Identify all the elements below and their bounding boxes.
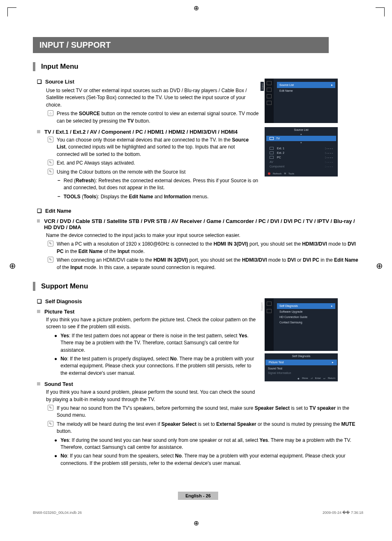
registration-mark-left: ⊕ xyxy=(9,261,16,271)
print-meta-line: BN68-02326D_00L04.indb 26 2009-05-24 �� … xyxy=(0,508,392,515)
picture-yes-bullet: ● Yes: If the test pattern does not appe… xyxy=(54,332,259,354)
crop-mark-tr xyxy=(376,7,385,16)
osd-footer: ◆Move ⏎Enter ↩Return xyxy=(265,375,338,381)
chevron-right-icon: ▸ xyxy=(331,304,333,308)
osd-row-edit-name: Edit Name xyxy=(277,88,335,93)
sound-test-body: If you think you have a sound problem, p… xyxy=(46,389,259,403)
outline-box-icon: ❏ xyxy=(37,208,42,214)
note-icon: ✎ xyxy=(48,241,53,246)
chevron-up-icon: ▴ xyxy=(265,132,338,136)
card-icon xyxy=(267,94,272,98)
picture-no-bullet: ● No: If the test pattern is properly di… xyxy=(54,355,259,377)
bullet-icon: ● xyxy=(54,453,57,467)
tv-icon xyxy=(270,137,274,140)
edit-name-title: Edit Name xyxy=(45,208,71,214)
heading-accent-bar xyxy=(33,62,35,71)
edit-name-body: Name the device connected to the input j… xyxy=(46,232,363,239)
tv-icon xyxy=(267,302,272,306)
osd-selected-tv: TV xyxy=(266,136,336,141)
source-list-title: Source List xyxy=(45,79,74,85)
sound-test-heading: Sound Test xyxy=(37,381,259,387)
gear-icon xyxy=(267,81,272,85)
osd-row-self-diagnosis: Self Diagnosis▸ xyxy=(277,303,335,309)
osd-side-label: Support xyxy=(261,302,263,311)
osd-support-menu-thumbnail: Support Self Diagnosis▸ Software Upgrade… xyxy=(265,298,338,351)
square-bullet-icon xyxy=(37,130,40,133)
move-icon: ◆ xyxy=(297,377,300,380)
edit-devices-row: VCR / DVD / Cable STB / Satellite STB / … xyxy=(37,218,363,230)
dash-refresh: – Red (Refresh): Refreshes the connected… xyxy=(58,177,259,192)
bullet-icon: ● xyxy=(54,355,57,377)
indb-filename: BN68-02326D_00L04.indb 26 xyxy=(33,511,82,515)
osd-footer: Refresh ⚒Tools xyxy=(265,170,338,176)
support-menu-heading: Support Menu xyxy=(33,282,363,291)
dash-tools: – TOOLS (Tools): Displays the Edit Name … xyxy=(58,193,259,200)
square-bullet-icon xyxy=(37,382,40,385)
input-menu-heading: Input Menu xyxy=(33,62,363,71)
chevron-right-icon: ▸ xyxy=(331,83,333,87)
input-menu-label: Input Menu xyxy=(41,63,78,71)
sound-no-bullet: ● No: If you can hear sound from the spe… xyxy=(54,453,363,467)
note-icon: ✎ xyxy=(48,257,53,262)
crop-mark-tl xyxy=(7,7,16,16)
picture-test-heading: Picture Test xyxy=(37,309,259,315)
osd-source-list-thumbnail: Source List ▴ TV ▾ Ext. 1: - - - - Ext. … xyxy=(265,127,338,176)
square-bullet-icon xyxy=(37,310,40,313)
page-footer: English - 26 xyxy=(33,492,363,500)
app-icon xyxy=(267,101,272,105)
osd-row-source-list: Source List▸ xyxy=(277,82,335,88)
note-icon: ✎ xyxy=(48,160,53,165)
sound-note1: ✎ If you hear no sound from the TV's spe… xyxy=(48,405,363,419)
note-icon: ✎ xyxy=(48,421,53,427)
osd-row-sw-upgrade: Software Upgrade xyxy=(277,309,335,314)
sound-yes-bullet: ● Yes: If during the sound test you can … xyxy=(54,437,363,451)
edit-note2: ✎ When connecting an HDMI/DVI cable to t… xyxy=(48,257,363,271)
source-list-description: Use to select TV or other external input… xyxy=(46,87,259,109)
tv-ext-heading: TV / Ext.1 / Ext.2 / AV / Component / PC… xyxy=(44,129,238,135)
osd-input-menu-thumbnail: Input Source List▸ Edit Name xyxy=(265,79,338,123)
bullet-icon: ● xyxy=(54,332,57,354)
osd-title: Source List xyxy=(265,127,338,132)
source-list-heading: ❏ Source List xyxy=(37,79,259,85)
tv-ext-note1: ✎ You can choose only those external dev… xyxy=(48,137,259,158)
enter-icon: ⏎ xyxy=(311,377,313,380)
tools-icon: ⚒ xyxy=(284,172,286,175)
osd-side-label: Input xyxy=(261,82,264,91)
edit-devices-list: VCR / DVD / Cable STB / Satellite STB / … xyxy=(44,218,363,230)
heading-accent-bar xyxy=(33,282,35,291)
question-icon xyxy=(267,309,272,313)
section-title-bar: INPUT / SUPPORT xyxy=(33,37,329,53)
source-note-row: ⌂ Press the SOURCE button on the remote … xyxy=(48,110,259,125)
osd-row-contact: Contact Samsung xyxy=(277,320,335,325)
print-timestamp: 2009-05-24 �� 7:36:18 xyxy=(323,511,363,515)
square-bullet-icon xyxy=(37,219,40,223)
osd-self-diagnosis-thumbnail: Self Diagnosis Picture Test▸ Sound Test … xyxy=(265,353,338,381)
sound-note2: ✎ The melody will be heard during the te… xyxy=(48,421,363,435)
osd-row-sound-test: Sound Test xyxy=(265,366,338,371)
plug-icon xyxy=(267,88,272,92)
osd-title: Self Diagnosis xyxy=(265,353,338,359)
outline-box-icon: ❏ xyxy=(37,298,42,304)
edit-name-heading: ❏ Edit Name xyxy=(37,208,363,214)
osd-row-hd-guide: HD Connection Guide xyxy=(277,314,335,320)
osd-sidebar xyxy=(265,79,274,123)
osd-row-signal-info: Signal Information xyxy=(265,371,338,375)
return-icon: ↩ xyxy=(323,377,325,380)
tv-ext-note2: ✎ Ext. and PC Always stays activated. xyxy=(48,160,259,167)
dash-icon: – xyxy=(58,177,60,192)
registration-mark-right: ⊕ xyxy=(376,261,383,271)
outline-box-icon: ❏ xyxy=(37,79,42,85)
page-number-pill: English - 26 xyxy=(178,492,218,500)
page-content: INPUT / SUPPORT Input Menu ❏ Source List… xyxy=(33,37,363,500)
tv-ext-note3: ✎ Using the Colour buttons on the remote… xyxy=(48,169,259,176)
red-dot-icon xyxy=(268,172,270,175)
edit-note1: ✎ When a PC with a resolution of 1920 x … xyxy=(48,241,363,255)
chevron-down-icon: ▾ xyxy=(265,141,338,144)
note-icon: ✎ xyxy=(48,137,53,142)
dash-icon: – xyxy=(58,193,60,200)
osd-sidebar xyxy=(265,298,274,351)
registration-mark-bottom: ⊕ xyxy=(194,519,199,527)
support-menu-label: Support Menu xyxy=(41,282,88,290)
note-icon: ✎ xyxy=(48,405,53,411)
osd-row-picture-test: Picture Test▸ xyxy=(265,360,337,365)
